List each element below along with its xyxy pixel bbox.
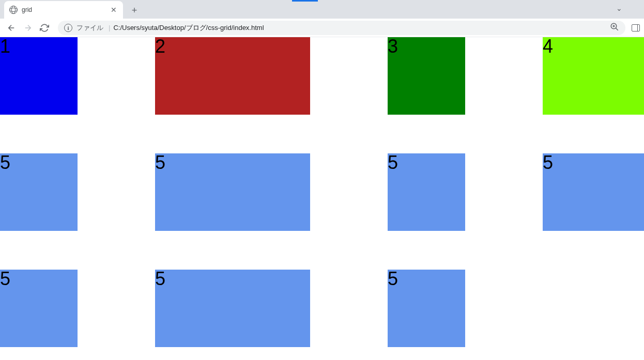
grid-cell: 1 <box>0 37 78 115</box>
grid-cell: 5 <box>388 153 465 231</box>
back-button[interactable] <box>4 21 19 35</box>
grid-cell: 5 <box>155 153 310 231</box>
globe-icon <box>9 6 18 14</box>
info-icon: i <box>64 24 72 32</box>
css-grid-container: 12345555555 <box>0 37 644 347</box>
close-icon[interactable]: ✕ <box>110 6 118 14</box>
browser-toolbar: i ファイル | C:/Users/syuta/Desktop/ブログ/css-… <box>0 19 644 37</box>
grid-cell: 5 <box>0 270 78 347</box>
forward-button[interactable] <box>21 21 35 35</box>
grid-cell: 3 <box>388 37 465 115</box>
grid-cell: 5 <box>0 153 78 231</box>
page-viewport: 12345555555 <box>0 37 644 347</box>
address-url: C:/Users/syuta/Desktop/ブログ/css-grid/inde… <box>113 23 264 33</box>
grid-cell: 4 <box>543 37 644 115</box>
reload-button[interactable] <box>37 21 52 35</box>
address-bar[interactable]: i ファイル | C:/Users/syuta/Desktop/ブログ/css-… <box>58 21 625 35</box>
address-separator: | <box>109 24 110 32</box>
tab-title: grid <box>22 6 32 13</box>
grid-cell: 2 <box>155 37 310 115</box>
side-panel-icon[interactable] <box>632 24 640 32</box>
grid-cell: 5 <box>543 153 644 231</box>
browser-tab[interactable]: grid ✕ <box>4 1 123 19</box>
address-scheme-label: ファイル <box>76 23 103 33</box>
browser-tab-strip: grid ✕ + ⌄ <box>0 0 644 19</box>
chevron-down-icon[interactable]: ⌄ <box>616 4 622 12</box>
grid-cell: 5 <box>388 270 465 347</box>
new-tab-button[interactable]: + <box>127 3 142 18</box>
zoom-icon[interactable] <box>610 22 619 33</box>
svg-line-1 <box>616 28 618 30</box>
grid-cell: 5 <box>155 270 310 347</box>
loading-indicator <box>292 0 318 2</box>
